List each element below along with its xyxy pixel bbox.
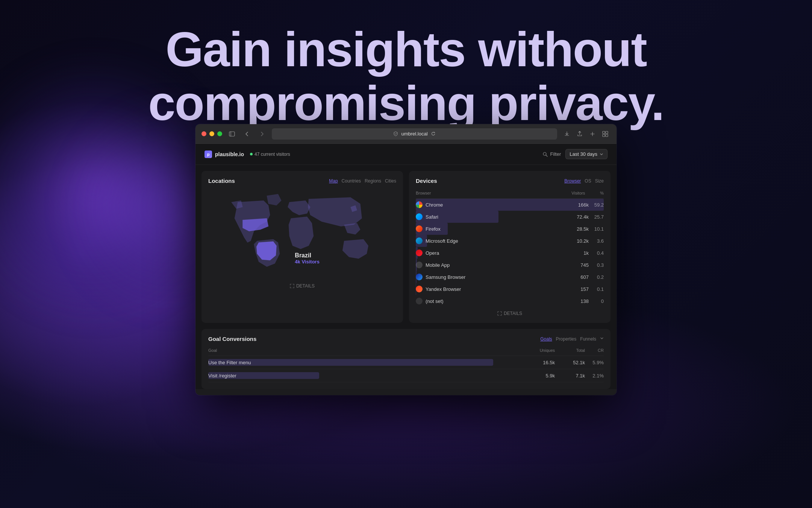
browser-icon (416, 225, 423, 232)
browser-icon (416, 274, 423, 280)
col-visitors-label: Visitors (571, 191, 585, 195)
url-text: umbrel.local (401, 131, 427, 137)
browsers-list: Chrome 166k 59.2 Safari 72.4k 25.7 Firef… (416, 199, 604, 307)
browser-name: Microsoft Edge (426, 238, 568, 244)
svg-rect-6 (603, 134, 605, 137)
browser-row[interactable]: Mobile App 745 0.3 (416, 259, 604, 271)
refresh-icon[interactable] (431, 131, 436, 136)
minimize-button[interactable] (209, 131, 214, 136)
browser-visitors: 607 (568, 274, 589, 280)
goal-bar-container: Use the Filter menu (208, 359, 525, 366)
back-button[interactable] (242, 129, 252, 139)
address-bar[interactable]: umbrel.local (272, 128, 557, 140)
download-button[interactable] (562, 129, 572, 139)
search-icon (542, 152, 548, 157)
sidebar-toggle-button[interactable] (227, 129, 237, 139)
goal-total: 52.1k (555, 360, 585, 365)
tab-regions[interactable]: Regions (365, 178, 381, 184)
browser-icon (416, 213, 423, 220)
devices-details-button[interactable]: DETAILS (416, 311, 604, 316)
browser-visitors: 157 (568, 286, 589, 292)
map-tooltip: Brazil 4k Visitors (295, 252, 320, 265)
browser-name: (not set) (426, 298, 568, 304)
tooltip-count: 4k (295, 259, 300, 265)
tab-size[interactable]: Size (595, 178, 604, 184)
locations-header: Locations Map Countries Regions Cities (208, 178, 396, 184)
goal-uniques: 16.5k (525, 360, 555, 365)
app-logo: p plausible.io (205, 151, 244, 158)
tab-properties[interactable]: Properties (556, 336, 577, 342)
goal-row[interactable]: Use the Filter menu 16.5k 52.1k 5.9% (208, 356, 604, 369)
tab-overview-button[interactable] (600, 129, 611, 139)
browser-name: Chrome (426, 202, 568, 208)
browser-name: Samsung Browser (426, 274, 568, 280)
goal-row[interactable]: Visit /register 5.9k 7.1k 2.1% (208, 369, 604, 382)
browser-name: Opera (426, 250, 568, 256)
live-visitors-badge: 47 current visitors (250, 152, 290, 157)
close-button[interactable] (201, 131, 206, 136)
browser-window: umbrel.local (195, 124, 617, 395)
filter-button[interactable]: Filter (542, 151, 561, 157)
live-count: 47 current visitors (255, 152, 290, 157)
tab-cities[interactable]: Cities (385, 178, 396, 184)
browser-row[interactable]: Opera 1k 0.4 (416, 247, 604, 259)
browser-icon (416, 298, 423, 304)
tab-countries[interactable]: Countries (342, 178, 361, 184)
svg-rect-5 (606, 131, 608, 134)
browser-icon (416, 237, 423, 244)
logo-icon: p (205, 151, 212, 158)
forward-button[interactable] (257, 129, 267, 139)
main-panels: Locations Map Countries Regions Cities (195, 165, 617, 329)
browser-percent: 0 (589, 298, 604, 304)
browser-icon (416, 262, 423, 268)
tab-goals[interactable]: Goals (540, 336, 552, 342)
browser-percent: 10.1 (589, 226, 604, 232)
chevron-down-icon (600, 152, 603, 156)
app-content: p plausible.io 47 current visitors Filte… (195, 144, 617, 389)
locations-details-button[interactable]: DETAILS (208, 283, 396, 289)
locations-tabs: Map Countries Regions Cities (329, 178, 396, 184)
svg-rect-4 (603, 131, 605, 134)
goal-name: Visit /register (208, 373, 236, 379)
browser-row[interactable]: Microsoft Edge 10.2k 3.6 (416, 235, 604, 247)
goal-cr: 2.1% (585, 373, 604, 379)
maximize-button[interactable] (217, 131, 222, 136)
browser-percent: 59.2 (589, 202, 604, 208)
browser-row[interactable]: Firefox 28.5k 10.1 (416, 223, 604, 235)
tab-map[interactable]: Map (329, 178, 338, 184)
goal-bar-fill (208, 359, 493, 366)
browser-row[interactable]: (not set) 138 0 (416, 295, 604, 307)
tab-browser[interactable]: Browser (564, 178, 581, 184)
hero-line1: Gain insights without (0, 23, 812, 76)
browser-row[interactable]: Samsung Browser 607 0.2 (416, 271, 604, 283)
goals-list: Use the Filter menu 16.5k 52.1k 5.9% Vis… (208, 356, 604, 382)
expand-icon (290, 284, 294, 288)
new-tab-button[interactable] (587, 129, 598, 139)
browser-row[interactable]: Safari 72.4k 25.7 (416, 211, 604, 223)
live-indicator (250, 153, 253, 155)
goals-col-cr: CR (585, 348, 604, 353)
browser-percent: 0.3 (589, 262, 604, 268)
goals-col-uniques: Uniques (525, 348, 555, 353)
world-map: Brazil 4k Visitors (208, 189, 396, 280)
share-button[interactable] (574, 129, 585, 139)
browser-row[interactable]: Chrome 166k 59.2 (416, 199, 604, 211)
date-range-picker[interactable]: Last 30 days (565, 149, 607, 159)
chevron-down-icon (600, 336, 604, 340)
devices-details-label: DETAILS (504, 311, 522, 316)
devices-tabs: Browser OS Size (564, 178, 604, 184)
hero-line2: compromising privacy. (0, 76, 812, 130)
browser-row[interactable]: Yandex Browser 157 0.1 (416, 283, 604, 295)
tooltip-country: Brazil (295, 252, 320, 259)
svg-line-9 (546, 155, 547, 157)
browser-visitors: 1k (568, 250, 589, 256)
browser-visitors: 28.5k (568, 226, 589, 232)
devices-table-header: Browser Visitors % (416, 189, 604, 199)
browser-visitors: 745 (568, 262, 589, 268)
svg-rect-0 (229, 132, 235, 136)
tab-funnels[interactable]: Funnels (580, 336, 596, 342)
logo-text: plausible.io (215, 151, 244, 157)
tooltip-label: Visitors (301, 259, 319, 265)
traffic-lights (201, 131, 222, 136)
tab-os[interactable]: OS (585, 178, 591, 184)
